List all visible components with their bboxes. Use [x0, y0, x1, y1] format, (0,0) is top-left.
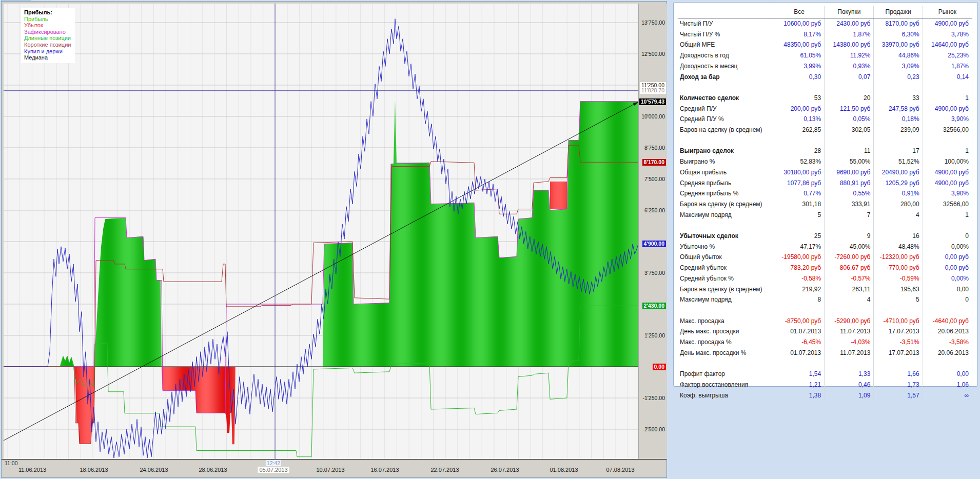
row-label: Доходность в год [678, 50, 774, 61]
row-label: Баров на сделку (в среднем) [678, 125, 774, 135]
cell-value: 6,30% [874, 29, 923, 40]
y-axis-value-marker: 4'900.00 [642, 241, 666, 247]
table-row: Убыточных сделок259160 [678, 231, 972, 242]
column-header[interactable]: Продажи [874, 6, 923, 18]
y-axis-label: 6'250.00 [644, 207, 665, 213]
legend-item[interactable]: Убыток [24, 22, 71, 29]
cell-value: 51,52% [874, 156, 923, 167]
cell-value: -0,57% [825, 273, 874, 284]
cell-value [874, 135, 923, 146]
chart-plot-area[interactable]: Прибыль: ПрибыльУбытокЗафиксированоДлинн… [4, 4, 638, 459]
legend-item[interactable]: Медиана [24, 54, 71, 61]
cell-value: 25,23% [923, 50, 972, 61]
column-header[interactable]: Все [774, 6, 824, 18]
time-axis-date-label: 22.07.2013 [430, 467, 459, 473]
price-axis[interactable]: 13'750.0012'500.0010'000.008'750.007'500… [638, 4, 667, 459]
cell-value: -0,59% [874, 273, 923, 284]
cell-value [774, 305, 824, 316]
column-header[interactable]: Покупки [825, 6, 874, 18]
table-row: День макс. просадки01.07.201311.07.20131… [678, 326, 972, 337]
cell-value: 20.06.2013 [923, 348, 972, 358]
table-row: Фактор восстановления1,210,461,731,06 [678, 380, 972, 390]
table-row: Чистый П/У10600,00 руб2430,00 руб8170,00… [678, 18, 972, 29]
cell-value: 3,78% [923, 29, 972, 40]
cell-value: 20490,00 руб [874, 167, 923, 178]
cell-value: 17.07.2013 [874, 326, 923, 337]
row-label: Чистый П/У % [678, 29, 774, 40]
legend-item[interactable]: Короткие позиции [24, 42, 71, 48]
cell-value: 1,21 [774, 380, 824, 390]
row-label [678, 82, 774, 93]
cell-value: 4900,00 руб [923, 178, 972, 189]
time-axis[interactable]: 11:0012:4211.06.201318.06.201324.06.2013… [2, 459, 667, 477]
row-label: Коэф. выигрыша [678, 390, 774, 401]
cell-value: 0,77% [774, 188, 824, 199]
cell-value: 1,33 [825, 369, 874, 380]
cell-value: -806,67 руб [825, 263, 874, 273]
legend-item[interactable]: Длинные позиции [24, 35, 71, 42]
y-axis-label: 13'750.00 [641, 19, 665, 26]
table-header-row: ВсеПокупкиПродажиРынок [678, 6, 972, 18]
cell-value [923, 220, 972, 231]
cell-value: 0,14 [923, 72, 972, 83]
time-axis-date-label: 24.06.2013 [140, 467, 168, 473]
row-label [678, 305, 774, 316]
cell-value: 5 [774, 210, 824, 221]
cell-value: -3,58% [923, 337, 972, 348]
cell-value: 0,00 руб [923, 252, 972, 263]
cell-value: 52,83% [774, 156, 824, 167]
cell-value: 61,05% [774, 50, 824, 61]
row-label [678, 220, 774, 231]
table-row: Средний убыток-783,20 руб-806,67 руб-770… [678, 263, 972, 273]
table-row: Средний П/У %0,13%0,05%0,18%3,90% [678, 114, 972, 125]
cell-value: 4900,00 руб [923, 167, 972, 178]
cell-value: 7 [825, 210, 874, 221]
cell-value: -7260,00 руб [825, 252, 874, 263]
cell-value: 1,54 [774, 369, 824, 380]
cell-value: -4710,00 руб [874, 316, 923, 327]
chart-legend: Прибыль: ПрибыльУбытокЗафиксированоДлинн… [21, 8, 75, 63]
cell-value: 01.07.2013 [774, 348, 824, 358]
row-label: Макс. просадка % [678, 337, 774, 348]
table-row: Коэф. выигрыша1,381,091,57∞ [678, 390, 972, 401]
table-row: Средний убыток %-0,58%-0,57%-0,59%0,00% [678, 273, 972, 284]
cell-value: 5 [874, 294, 923, 305]
time-axis-date-label: 18.06.2013 [80, 467, 108, 473]
table-row: Общий убыток-19580,00 руб-7260,00 руб-12… [678, 252, 972, 263]
cell-value: -3,51% [874, 337, 923, 348]
cell-value: 20.06.2013 [923, 326, 972, 337]
cell-value: -6,45% [774, 337, 824, 348]
cell-value: 11.07.2013 [825, 326, 874, 337]
table-spacer-row [678, 305, 972, 316]
cell-value [774, 135, 824, 146]
cell-value: 0,55% [825, 188, 874, 199]
time-axis-date-label: 26.07.2013 [491, 467, 519, 473]
cell-value: 0,13% [774, 114, 824, 125]
table-row: Максимум подряд5741 [678, 210, 972, 221]
legend-item[interactable]: Прибыль [24, 16, 71, 23]
row-label: Выиграно % [678, 156, 774, 167]
cell-value [825, 305, 874, 316]
cell-value: -5290,00 руб [825, 316, 874, 327]
cell-value: 2430,00 руб [825, 18, 874, 29]
cell-value: 1 [923, 93, 972, 104]
column-header[interactable] [678, 6, 774, 18]
cell-value [874, 82, 923, 93]
cell-value [923, 305, 972, 316]
time-axis-date-label: 16.07.2013 [370, 467, 399, 473]
cell-value: -770,00 руб [874, 263, 923, 273]
row-label: Общий убыток [678, 252, 774, 263]
cell-value: 30180,00 руб [774, 167, 824, 178]
column-header[interactable]: Рынок [923, 6, 972, 18]
cell-value: 1,66 [874, 369, 923, 380]
legend-item[interactable]: Купил и держи [24, 48, 71, 55]
legend-item[interactable]: Зафиксировано [24, 29, 71, 35]
row-label [678, 358, 774, 369]
cell-value: 17 [874, 146, 923, 156]
y-axis-label: -2'500.00 [643, 426, 665, 432]
row-label: Максимум подряд [678, 294, 774, 305]
cell-value: 1205,29 руб [874, 178, 923, 189]
cell-value: 0 [923, 294, 972, 305]
row-label: Максимум подряд [678, 210, 774, 221]
cell-value: 8170,00 руб [874, 18, 923, 29]
